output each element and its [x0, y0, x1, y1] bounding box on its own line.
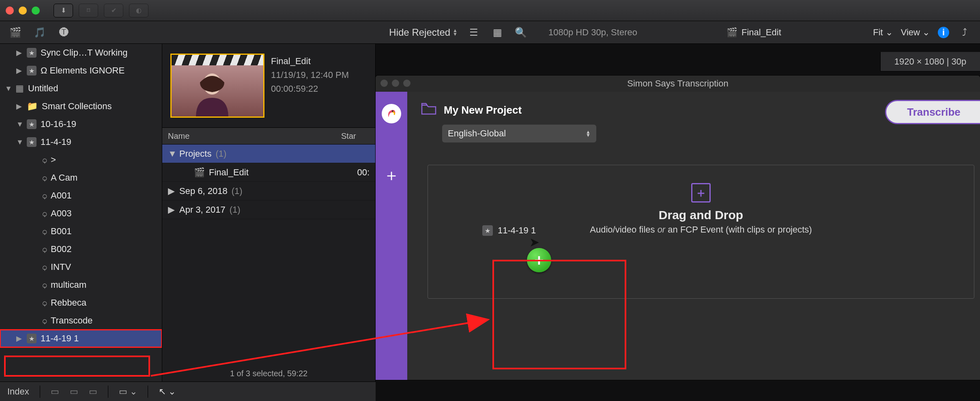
window-close-button[interactable] [6, 6, 14, 15]
selection-info-label: 1 of 3 selected, 59:22 [162, 369, 375, 378]
library-row-label: > [51, 155, 56, 165]
star-icon: ★ [27, 137, 37, 147]
divider [40, 386, 40, 398]
key-icon: ⌕ [39, 208, 50, 219]
search-icon[interactable]: 🔍 [514, 25, 528, 40]
timeline-layout-icon-3[interactable]: ▭ [89, 386, 97, 397]
simon-says-header: My New Project [421, 102, 966, 118]
clip-filter-menu[interactable]: Hide Rejected ▲▼ [389, 27, 458, 38]
view-menu-label: View [901, 27, 920, 38]
language-select[interactable]: English-Global ▲▼ [442, 125, 596, 142]
library-row[interactable]: ⌕> [0, 151, 162, 169]
list-row-start: 00: [357, 167, 370, 178]
browser-tab-icons: 🎬 🎵 🅣 [0, 25, 158, 40]
divider [148, 386, 148, 398]
media-browser-tab[interactable]: 🎬 [8, 25, 23, 40]
library-sidebar: ▶★Sync Clip…T Working▶★Ω Elements IGNORE… [0, 44, 162, 382]
clip-appearance-menu[interactable]: ▭ ⌄ [119, 386, 137, 397]
library-row[interactable]: ▼★10-16-19 [0, 115, 162, 133]
ss-zoom-button[interactable] [403, 80, 410, 87]
library-row[interactable]: ⌕B002 [0, 240, 162, 258]
window-traffic-lights [6, 6, 40, 15]
ss-close-button[interactable] [380, 80, 388, 87]
library-row[interactable]: ▶📁Smart Collections [0, 97, 162, 115]
dropzone[interactable]: ＋ Drag and Drop Audio/video files or an … [428, 165, 974, 299]
simon-says-new-project-button[interactable]: ＋ [383, 164, 400, 186]
disclosure-triangle-icon[interactable]: ▶ [16, 66, 23, 75]
library-row[interactable]: ⌕B001 [0, 222, 162, 240]
folder-icon: 📁 [27, 101, 38, 112]
ss-min-button[interactable] [392, 80, 399, 87]
list-row-count: (1) [232, 186, 243, 196]
transcribe-button[interactable]: Transcribe [885, 100, 980, 124]
browser-list-row[interactable]: ▶Apr 3, 2017 (1) [162, 200, 375, 219]
library-row[interactable]: ⌕A Cam [0, 169, 162, 187]
library-row[interactable]: ▶★Ω Elements IGNORE [0, 62, 162, 80]
library-row[interactable]: ▼★11-4-19 [0, 133, 162, 151]
divider [108, 386, 108, 398]
library-row[interactable]: ▼▦Untitled [0, 80, 162, 97]
drag-ghost-label: 11-4-19 1 [498, 225, 536, 236]
disclosure-triangle-icon[interactable]: ▶ [168, 205, 175, 215]
library-row[interactable]: ⌕INTV [0, 258, 162, 276]
simon-says-sidebar: ＋ [376, 92, 407, 380]
library-row[interactable]: ⌕A001 [0, 187, 162, 205]
import-button[interactable]: ⬇ [54, 4, 73, 17]
simon-says-logo[interactable] [382, 104, 401, 123]
chevron-updown-icon: ▲▼ [586, 130, 591, 137]
share-icon[interactable]: ⤴ [957, 25, 972, 40]
star-icon: ★ [27, 119, 37, 129]
window-zoom-button[interactable] [32, 6, 40, 15]
folder-icon [421, 102, 436, 118]
disclosure-triangle-icon[interactable]: ▼ [168, 149, 175, 159]
disclosure-triangle-icon[interactable]: ▼ [16, 120, 23, 129]
disclosure-triangle-icon[interactable]: ▶ [16, 102, 23, 111]
select-tool-icon[interactable]: ↖ ⌄ [159, 386, 176, 397]
download-icon: ⬇ [61, 6, 66, 14]
disclosure-triangle-icon[interactable]: ▼ [16, 138, 23, 147]
background-tasks-button[interactable]: ✔ [104, 4, 123, 17]
browser-list-row[interactable]: 🎬Final_Edit00: [162, 163, 375, 182]
header-name-col[interactable]: Name [168, 132, 341, 141]
library-row[interactable]: ▶★11-4-19 1 [0, 330, 162, 347]
simon-says-titlebar[interactable]: Simon Says Transcription [376, 75, 980, 92]
library-row-label: A001 [51, 190, 71, 201]
filmstrip-view-icon[interactable]: ▦ [490, 25, 505, 40]
library-row[interactable]: ⌕Transcode [0, 312, 162, 330]
library-row[interactable]: ⌕multicam [0, 276, 162, 294]
index-button[interactable]: Index [7, 386, 29, 397]
key-icon: ⌕ [39, 226, 50, 237]
browser-list-row[interactable]: ▶Sep 6, 2018 (1) [162, 182, 375, 200]
clapper-icon: 🎬 [726, 27, 737, 38]
disclosure-triangle-icon[interactable]: ▶ [16, 334, 23, 343]
library-row-label: Sync Clip…T Working [41, 47, 127, 58]
timeline-layout-icon-2[interactable]: ▭ [70, 386, 78, 397]
window-minimize-button[interactable] [19, 6, 27, 15]
browser-list-row[interactable]: ▼Projects (1) [162, 144, 375, 163]
library-row[interactable]: ▶★Sync Clip…T Working [0, 44, 162, 62]
format-info-label: 1080p HD 30p, Stereo [548, 27, 637, 38]
toolbar-row-2: 🎬 🎵 🅣 Hide Rejected ▲▼ ☰ ▦ 🔍 1080p HD 30… [0, 21, 980, 44]
clip-thumbnail[interactable] [170, 54, 264, 118]
disclosure-triangle-icon[interactable]: ▼ [5, 84, 11, 93]
fit-menu[interactable]: Fit ⌄ [873, 27, 892, 38]
list-view-icon[interactable]: ☰ [466, 25, 481, 40]
dz-sub-post: an FCP Event (with clips or projects) [665, 224, 812, 235]
extension-button[interactable]: ◐ [129, 4, 148, 17]
keyword-editor-button[interactable]: ⌑ [79, 4, 98, 17]
header-start-col[interactable]: Star [341, 132, 370, 141]
simon-says-project-title: My New Project [444, 104, 522, 116]
timeline-layout-icon-1[interactable]: ▭ [51, 386, 59, 397]
disclosure-triangle-icon[interactable]: ▶ [168, 186, 175, 196]
library-row[interactable]: ⌕Rebbeca [0, 294, 162, 312]
clip-preview-block: Final_Edit 11/19/19, 12:40 PM 00:00:59:2… [170, 54, 349, 118]
key-icon: ⌕ [39, 315, 50, 326]
music-browser-tab[interactable]: 🎵 [32, 25, 47, 40]
view-menu[interactable]: View ⌄ [901, 27, 930, 38]
key-icon: ⌕ [39, 154, 50, 166]
info-inspector-button[interactable]: i [938, 27, 949, 38]
window-titlebar: ⬇ ⌑ ✔ ◐ [0, 0, 980, 21]
disclosure-triangle-icon[interactable]: ▶ [16, 48, 23, 57]
titles-browser-tab[interactable]: 🅣 [57, 25, 71, 40]
library-row[interactable]: ⌕A003 [0, 205, 162, 222]
